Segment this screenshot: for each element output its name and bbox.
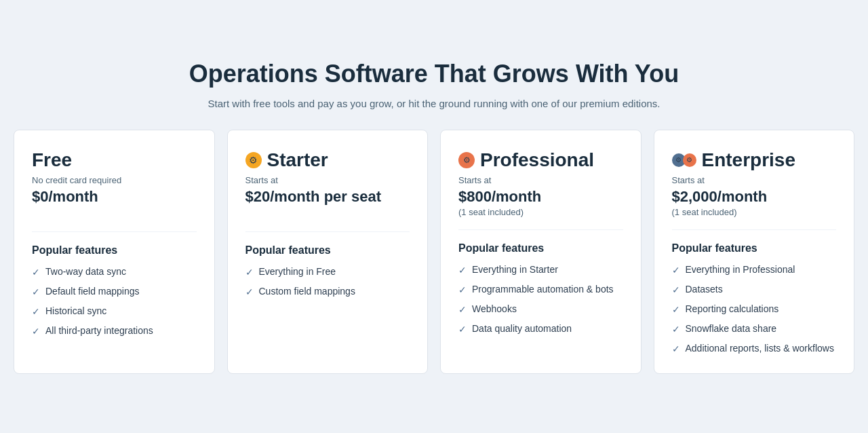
card-title-enterprise: Enterprise (702, 149, 796, 171)
feature-text: Snowflake data share (686, 323, 777, 334)
page-header: Operations Software That Grows With You … (14, 60, 854, 109)
card-subtitle-professional: Starts at (458, 175, 623, 185)
check-icon: ✓ (672, 343, 680, 354)
feature-list-professional: ✓ Everything in Starter ✓ Programmable a… (458, 264, 623, 335)
feature-item: ✓ Datasets (672, 284, 837, 295)
feature-item: ✓ Historical sync (32, 305, 197, 317)
page-subtitle: Start with free tools and pay as you gro… (14, 98, 854, 109)
feature-text: Everything in Professional (686, 264, 795, 275)
features-title-free: Popular features (32, 244, 197, 257)
pricing-card-enterprise: ⚙ ⚙ Enterprise Starts at $2,000/month (1… (654, 130, 855, 374)
check-icon: ✓ (458, 284, 467, 295)
card-title-row-professional: ⚙ Professional (458, 149, 623, 171)
feature-list-free: ✓ Two-way data sync ✓ Default field mapp… (32, 266, 197, 337)
divider-enterprise (672, 229, 837, 230)
feature-text: Everything in Free (259, 266, 336, 277)
feature-item: ✓ All third-party integrations (32, 325, 197, 337)
pricing-card-starter: ⚙ Starter Starts at $20/month per seat P… (227, 130, 429, 374)
feature-text: Default field mappings (45, 286, 140, 297)
check-icon: ✓ (672, 284, 680, 295)
check-icon: ✓ (32, 326, 40, 337)
check-icon: ✓ (458, 265, 467, 276)
feature-list-enterprise: ✓ Everything in Professional ✓ Datasets … (672, 264, 837, 354)
card-price-starter: $20/month per seat (245, 188, 410, 206)
card-title-row-free: Free (32, 149, 197, 171)
card-title-free: Free (32, 149, 72, 171)
features-title-professional: Popular features (458, 242, 623, 255)
starter-icon: ⚙ (245, 152, 262, 168)
divider-starter (245, 231, 410, 232)
check-icon: ✓ (672, 304, 680, 315)
feature-item: ✓ Programmable automation & bots (458, 284, 623, 295)
features-title-starter: Popular features (245, 244, 410, 257)
price-note-enterprise: (1 seat included) (672, 207, 837, 217)
price-note-free (32, 207, 197, 219)
feature-text: Historical sync (45, 305, 106, 316)
professional-icon: ⚙ (458, 152, 475, 168)
pricing-card-free: Free No credit card required $0/month Po… (14, 130, 215, 374)
check-icon: ✓ (458, 324, 467, 335)
card-price-free: $0/month (32, 188, 197, 206)
feature-text: Webhooks (472, 303, 517, 314)
card-price-professional: $800/month (458, 188, 623, 206)
feature-text: Reporting calculations (686, 303, 779, 314)
feature-text: Custom field mappings (259, 286, 355, 297)
feature-item: ✓ Two-way data sync (32, 266, 197, 278)
feature-item: ✓ Data quality automation (458, 323, 623, 335)
feature-item: ✓ Snowflake data share (672, 323, 837, 335)
divider-professional (458, 229, 623, 230)
card-title-row-enterprise: ⚙ ⚙ Enterprise (672, 149, 837, 171)
card-title-row-starter: ⚙ Starter (245, 149, 410, 171)
page-wrapper: Operations Software That Grows With You … (0, 39, 868, 394)
feature-item: ✓ Reporting calculations (672, 303, 837, 315)
price-note-starter (245, 207, 410, 219)
check-icon: ✓ (458, 304, 467, 315)
check-icon: ✓ (672, 265, 680, 276)
feature-item: ✓ Everything in Professional (672, 264, 837, 276)
check-icon: ✓ (672, 324, 680, 335)
features-title-enterprise: Popular features (672, 242, 837, 255)
card-title-professional: Professional (480, 149, 594, 171)
card-price-enterprise: $2,000/month (672, 188, 837, 206)
check-icon: ✓ (245, 267, 254, 278)
feature-item: ✓ Additional reports, lists & workflows (672, 343, 837, 354)
feature-text: Two-way data sync (45, 266, 126, 277)
feature-text: Additional reports, lists & workflows (686, 343, 834, 354)
feature-item: ✓ Webhooks (458, 303, 623, 315)
enterprise-icon-2: ⚙ (683, 153, 696, 167)
check-icon: ✓ (32, 267, 40, 278)
divider-free (32, 231, 197, 232)
feature-item: ✓ Everything in Free (245, 266, 410, 278)
feature-list-starter: ✓ Everything in Free ✓ Custom field mapp… (245, 266, 410, 297)
feature-text: Programmable automation & bots (472, 284, 614, 295)
feature-text: Datasets (686, 284, 723, 295)
feature-item: ✓ Everything in Starter (458, 264, 623, 276)
page-title: Operations Software That Grows With You (14, 60, 854, 88)
check-icon: ✓ (32, 306, 40, 317)
feature-text: All third-party integrations (45, 325, 153, 336)
pricing-card-professional: ⚙ Professional Starts at $800/month (1 s… (440, 130, 642, 374)
feature-text: Everything in Starter (472, 264, 558, 275)
card-subtitle-enterprise: Starts at (672, 175, 837, 185)
feature-item: ✓ Default field mappings (32, 286, 197, 297)
feature-text: Data quality automation (472, 323, 572, 334)
card-subtitle-free: No credit card required (32, 175, 197, 185)
check-icon: ✓ (245, 286, 254, 297)
card-subtitle-starter: Starts at (245, 175, 410, 185)
feature-item: ✓ Custom field mappings (245, 286, 410, 297)
pricing-cards: Free No credit card required $0/month Po… (14, 130, 854, 374)
card-title-starter: Starter (267, 149, 328, 171)
price-note-professional: (1 seat included) (458, 207, 623, 217)
enterprise-icon: ⚙ ⚙ (672, 153, 696, 167)
check-icon: ✓ (32, 286, 40, 297)
